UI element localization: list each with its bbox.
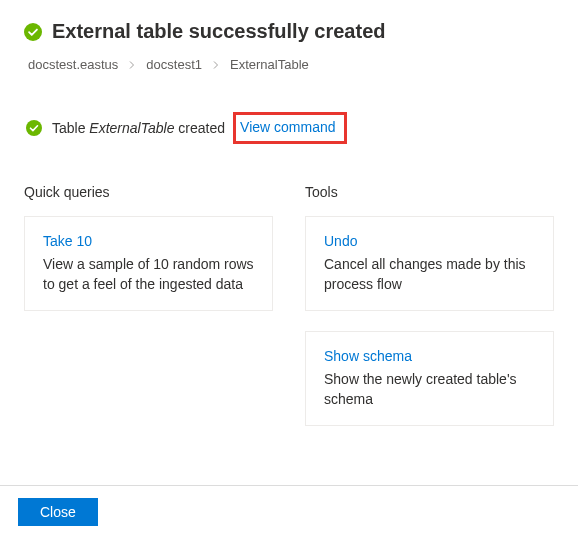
card-title[interactable]: Take 10 xyxy=(43,233,254,249)
quick-queries-heading: Quick queries xyxy=(24,184,273,200)
breadcrumb-item[interactable]: docstest.eastus xyxy=(28,57,118,72)
highlight-annotation: View command xyxy=(233,112,346,144)
breadcrumb-item[interactable]: docstest1 xyxy=(146,57,202,72)
chevron-right-icon xyxy=(128,59,136,71)
breadcrumb: docstest.eastus docstest1 ExternalTable xyxy=(24,57,554,72)
success-check-icon xyxy=(24,23,42,41)
quick-queries-section: Quick queries Take 10 View a sample of 1… xyxy=(24,184,273,446)
chevron-right-icon xyxy=(212,59,220,71)
card-description: View a sample of 10 random rows to get a… xyxy=(43,255,254,294)
card-title[interactable]: Show schema xyxy=(324,348,535,364)
success-check-icon xyxy=(26,120,42,136)
card-description: Show the newly created table's schema xyxy=(324,370,535,409)
card-description: Cancel all changes made by this process … xyxy=(324,255,535,294)
quick-query-card-take10[interactable]: Take 10 View a sample of 10 random rows … xyxy=(24,216,273,311)
card-title[interactable]: Undo xyxy=(324,233,535,249)
close-button[interactable]: Close xyxy=(18,498,98,526)
svg-point-0 xyxy=(24,23,42,41)
page-header: External table successfully created xyxy=(24,20,554,43)
tools-section: Tools Undo Cancel all changes made by th… xyxy=(305,184,554,446)
tool-card-show-schema[interactable]: Show schema Show the newly created table… xyxy=(305,331,554,426)
breadcrumb-item[interactable]: ExternalTable xyxy=(230,57,309,72)
footer: Close xyxy=(0,485,578,538)
tool-card-undo[interactable]: Undo Cancel all changes made by this pro… xyxy=(305,216,554,311)
status-text: Table ExternalTable created xyxy=(52,120,225,136)
svg-point-1 xyxy=(26,120,42,136)
view-command-link[interactable]: View command xyxy=(240,119,335,135)
table-name: ExternalTable xyxy=(89,120,174,136)
page-title: External table successfully created xyxy=(52,20,386,43)
tools-heading: Tools xyxy=(305,184,554,200)
status-line: Table ExternalTable created View command xyxy=(24,112,554,144)
